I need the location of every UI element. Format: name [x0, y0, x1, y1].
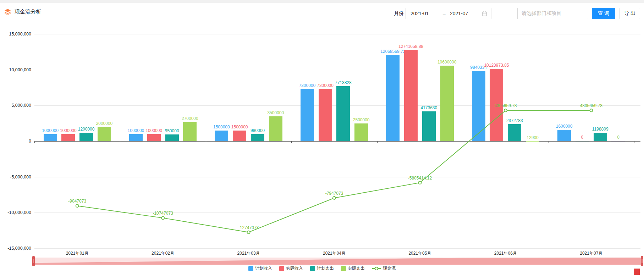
legend-swatch-icon [248, 266, 253, 271]
x-axis-tick [377, 142, 378, 143]
chart-legend: 计划收入实际收入计划支出实际支出现金流 [0, 265, 644, 271]
bar-plan-income[interactable] [386, 55, 400, 141]
line-value-label: 4305659.73 [494, 103, 517, 108]
bar-plan-income[interactable] [472, 71, 485, 141]
corner-red-badge [634, 269, 640, 275]
bar-actual-income[interactable] [404, 50, 418, 141]
datazoom-slider-track[interactable] [34, 258, 642, 265]
grid-line [34, 248, 640, 249]
bar-value-label: 10123973.85 [484, 63, 509, 68]
bar-plan-expense[interactable] [336, 86, 350, 141]
x-axis-tick [34, 142, 35, 143]
x-axis-tick [291, 142, 292, 143]
y-axis-tick-label: 10,000,000 [1, 67, 31, 72]
cashflow-chart-canvas[interactable]: 15,000,00010,000,0005,000,0000-5,000,000… [0, 0, 644, 276]
bar-plan-income[interactable] [215, 131, 228, 141]
bar-actual-expense[interactable] [354, 123, 368, 141]
bar-actual-income[interactable] [233, 131, 246, 141]
bar-plan-income[interactable] [129, 134, 143, 141]
y-axis-tick-label: -10,000,000 [1, 210, 31, 215]
bar-value-label: 1500000 [231, 125, 248, 129]
bar-plan-expense[interactable] [508, 124, 521, 141]
bar-actual-expense[interactable] [269, 116, 282, 141]
x-axis-month-label: 2021年07月 [580, 250, 602, 256]
bar-actual-expense[interactable] [526, 141, 539, 142]
legend-swatch-icon [279, 266, 284, 271]
datazoom-preview-area [34, 258, 642, 265]
bar-value-label: 7300000 [299, 83, 315, 88]
bar-actual-income[interactable] [147, 134, 161, 141]
bar-value-label: 950000 [165, 128, 179, 133]
bar-value-label: 1000000 [60, 128, 77, 133]
legend-swatch-icon [310, 266, 315, 271]
bar-value-label: 0 [581, 135, 584, 140]
legend-item-actual-expense[interactable]: 实际支出 [341, 265, 365, 271]
bar-plan-expense[interactable] [79, 133, 93, 141]
y-axis-tick-label: 15,000,000 [1, 32, 31, 37]
y-axis-tick-label: -15,000,000 [1, 246, 31, 251]
bar-actual-expense[interactable] [183, 122, 197, 141]
legend-item-actual-income[interactable]: 实际收入 [279, 265, 303, 271]
line-value-label: -10747073 [153, 211, 173, 216]
bar-value-label: 1000000 [128, 128, 144, 133]
bar-value-label: 12900 [527, 135, 538, 140]
legend-item-plan-income[interactable]: 计划收入 [248, 265, 272, 271]
x-axis-tick [206, 142, 206, 143]
bar-value-label: 1000000 [145, 128, 162, 133]
grid-line [34, 70, 640, 70]
line-value-label: -12747073 [238, 225, 259, 230]
bar-value-label: 1600000 [556, 124, 573, 129]
legend-item-cashflow[interactable]: 现金流 [372, 265, 396, 271]
x-axis-tick [634, 142, 634, 143]
bar-value-label: 12068569.73 [380, 49, 405, 54]
x-axis-month-label: 2021年06月 [494, 250, 517, 256]
line-value-label: -5805414.12 [408, 176, 432, 181]
bar-value-label: 2372783 [506, 118, 523, 123]
bar-plan-expense[interactable] [422, 111, 436, 141]
grid-line [34, 177, 640, 177]
grid-line [34, 212, 640, 213]
bar-actual-expense[interactable] [98, 127, 111, 141]
app-window: 现金流分析 月份 → 请选择部门和项目 查 询 导 出 15,000,00010… [0, 0, 644, 276]
legend-line-icon [372, 266, 381, 271]
bar-value-label: 2700000 [182, 116, 198, 121]
bar-actual-expense[interactable] [611, 141, 625, 141]
bar-value-label: 2000000 [96, 121, 113, 126]
bar-actual-expense[interactable] [440, 66, 454, 141]
x-axis-tick [120, 142, 120, 143]
x-axis-month-label: 2021年04月 [323, 250, 346, 256]
line-value-label: -9047073 [68, 199, 86, 204]
legend-label: 计划支出 [317, 265, 334, 271]
x-axis-tick [463, 142, 463, 143]
legend-item-plan-expense[interactable]: 计划支出 [310, 265, 334, 271]
bar-value-label: 2500000 [353, 117, 370, 122]
bar-plan-income[interactable] [44, 134, 57, 141]
bar-plan-expense[interactable] [165, 134, 179, 141]
bar-plan-expense[interactable] [594, 133, 607, 141]
bar-value-label: 980000 [251, 128, 265, 133]
datazoom-handle-right[interactable] [641, 256, 643, 266]
bar-actual-income[interactable] [576, 141, 589, 141]
y-axis-tick-label: -5,000,000 [1, 175, 31, 180]
bar-value-label: 12741658.88 [398, 44, 423, 49]
bar-value-label: 4173630 [420, 105, 437, 110]
line-value-label: 4305659.73 [580, 103, 602, 108]
bar-actual-income[interactable] [61, 134, 75, 141]
x-axis-month-label: 2021年05月 [408, 250, 431, 256]
legend-label: 现金流 [383, 265, 396, 271]
legend-label: 实际支出 [348, 265, 365, 271]
x-axis-month-label: 2021年01月 [66, 250, 89, 256]
bar-plan-income[interactable] [301, 89, 314, 141]
bar-plan-expense[interactable] [251, 134, 264, 141]
datazoom-handle-left[interactable] [32, 256, 35, 266]
bar-plan-income[interactable] [557, 130, 571, 141]
x-axis-month-label: 2021年03月 [237, 250, 260, 256]
legend-swatch-icon [341, 266, 346, 271]
x-axis-tick [549, 142, 549, 143]
bar-value-label: 1198809 [592, 127, 609, 132]
bar-value-label: 7300000 [317, 83, 334, 88]
bar-value-label: 7713828 [335, 80, 352, 85]
y-axis-tick-label: 5,000,000 [1, 103, 31, 108]
bar-actual-income[interactable] [319, 89, 332, 141]
legend-label: 实际收入 [286, 265, 303, 271]
